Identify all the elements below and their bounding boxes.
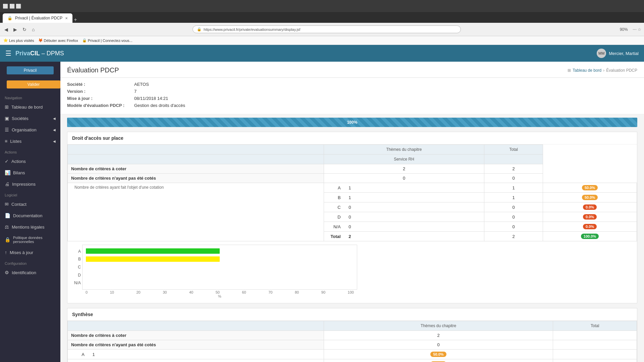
progress-section: 100% [60, 118, 644, 127]
s2-criteres-non-cotes-val1: 0 [324, 340, 553, 350]
breadcrumb-home[interactable]: Tableau de bord [573, 68, 601, 73]
chart-row-na [86, 280, 354, 287]
chart-label-na: N/A [72, 280, 82, 286]
sidebar-item-mentions-legales[interactable]: ⚖ Mentions légales [0, 221, 60, 233]
back-button[interactable]: ◀ [3, 26, 10, 33]
chart-label-b: B [72, 256, 82, 262]
chevron-right-icon: ◀ [53, 117, 56, 120]
privacil-dropdown-button[interactable]: Privacil [7, 66, 54, 74]
sidebar-item-actions[interactable]: ✓ Actions [0, 156, 60, 167]
chart-bars-area [82, 245, 357, 290]
chart-row-a [86, 248, 354, 254]
sidebar-item-label: Contact [11, 202, 26, 207]
col-themes-header: Thèmes du chapitre [324, 145, 484, 155]
chart-row-b [86, 256, 354, 262]
window-controls: ⬜ ⬜ ⬜ [3, 4, 21, 9]
row-b-indent: B 1 [324, 193, 484, 202]
actions-icon: ✓ [5, 159, 9, 164]
modele-label: Modèle d'évaluation PDCP : [67, 103, 134, 108]
version-value: 7 [134, 89, 137, 94]
sidebar-item-bilans[interactable]: 📊 Bilans [0, 167, 60, 178]
sidebar-item-politique[interactable]: 🔒 Politique données personnelles [0, 233, 60, 247]
bookmark-firefox[interactable]: 🦊 Débuter avec Firefox [38, 38, 78, 43]
mise-a-jour-row: Mise à jour : 08/11/2018 14:21 [67, 96, 637, 101]
version-label: Version : [67, 89, 134, 94]
societes-icon: ▣ [5, 116, 9, 121]
criteres-non-cotes-val2: 0 [484, 174, 543, 183]
sidebar-item-label: Mentions légales [12, 225, 45, 230]
chart-label-c: C [72, 264, 82, 270]
mise-a-jour-label: Mise à jour : [67, 96, 134, 101]
sidebar-item-tableau-de-bord[interactable]: ⊞ Tableau de bord [0, 101, 60, 113]
table-row: B 1 50.0% [68, 359, 637, 362]
modele-row: Modèle d'évaluation PDCP : Gestion des d… [67, 103, 637, 108]
reload-button[interactable]: ↻ [21, 26, 28, 33]
browser-nav: ◀ ▶ ↻ ⌂ 🔒 https://www.privacil.fr/privat… [0, 23, 644, 36]
col-empty [68, 155, 324, 164]
x-label-100: 100 [348, 290, 354, 294]
row-na-indent: N/A 0 [324, 222, 484, 232]
section1-title: Droit d'accès sur place [67, 132, 637, 144]
sidebar-item-listes[interactable]: ≡ Listes ◀ [0, 135, 60, 147]
contact-icon: ✉ [5, 201, 9, 207]
breadcrumb-current: Évaluation PDCP [606, 68, 637, 73]
sidebar-item-societes[interactable]: ▣ Sociétés ◀ [0, 113, 60, 124]
row-d-indent: D 0 [324, 212, 484, 222]
sidebar-item-label: Documentation [13, 213, 42, 218]
s2-row-a: A 1 [68, 350, 324, 359]
sidebar-item-organisation[interactable]: ☰ Organisation ◀ [0, 124, 60, 135]
x-label-70: 70 [268, 290, 272, 294]
x-axis-unit: % [82, 294, 357, 298]
sidebar-item-contact[interactable]: ✉ Contact [0, 198, 60, 210]
hamburger-button[interactable]: ☰ [5, 49, 11, 57]
sidebar-item-identification[interactable]: ⚙ Identification [0, 267, 60, 278]
address-bar[interactable]: 🔒 https://www.privacil.fr/private/evalua… [193, 25, 461, 33]
forward-button[interactable]: ▶ [12, 26, 19, 33]
s2-row-a-badge: 50.0% [324, 350, 553, 359]
sidebar-item-impressions[interactable]: 🖨 Impressions [0, 178, 60, 190]
s2-col-total: Total [553, 321, 637, 331]
table-row: Nombre de critères ayant fait l'objet d'… [68, 183, 637, 193]
sidebar-item-label: Actions [11, 159, 26, 164]
s2-criteres-non-cotes-label: Nombre de critères n'ayant pas été cotés [68, 340, 324, 350]
x-label-80: 80 [295, 290, 299, 294]
mise-a-jour-value: 08/11/2018 14:21 [134, 96, 168, 101]
config-section-label: Configuration [0, 258, 60, 267]
criteres-coter-val1: 2 [324, 164, 484, 174]
sidebar-item-label: Identification [12, 270, 36, 275]
table-row: Nombre de critères à coter 2 2 [68, 164, 637, 174]
row-na-val2: 0 [484, 222, 543, 232]
sidebar-item-mises-a-jour[interactable]: ↑ Mises à jour [0, 247, 60, 258]
browser-chrome: ⬜ ⬜ ⬜ [0, 0, 644, 12]
avatar: MM [597, 49, 606, 58]
sidebar-item-documentation[interactable]: 📄 Documentation [0, 210, 60, 221]
listes-icon: ≡ [5, 138, 7, 144]
url-text: https://www.privacil.fr/private/evaluati… [204, 27, 300, 32]
breadcrumb-icon: ⊞ [568, 68, 571, 73]
logiciel-section-label: Logiciel [0, 190, 60, 198]
row-total-badge: 100.0% [543, 232, 637, 241]
add-tab-button[interactable]: + [74, 17, 77, 23]
chart-bar-a [86, 248, 220, 254]
table-row: Nombre de critères n'ayant pas été cotés… [68, 340, 637, 350]
chart-x-axis: 0 10 20 30 40 50 60 70 80 90 100 % [82, 290, 357, 298]
bookmark-visited[interactable]: ⭐ Les plus visités [3, 38, 34, 43]
top-nav: ☰ PrivaCIL – DPMS MM Mercier, Martial [0, 45, 644, 62]
bookmark-privacil[interactable]: 🔒 Privacil | Connectez-vous... [82, 38, 132, 43]
x-axis-labels: 0 10 20 30 40 50 60 70 80 90 100 [82, 290, 357, 294]
col-service-rh: Service RH [324, 155, 484, 164]
active-tab[interactable]: 🔒 Privacil | Évaluation PDCP ✕ [3, 13, 72, 23]
zoom-level: 90% [620, 27, 628, 32]
home-button[interactable]: ⌂ [30, 26, 36, 33]
breadcrumb-separator: › [603, 68, 604, 73]
page-header: Évaluation PDCP ⊞ Tableau de bord › Éval… [60, 62, 644, 78]
lock-icon: 🔒 [197, 27, 202, 32]
s2-criteres-coter-val1: 2 [324, 331, 553, 340]
tab-title: Privacil | Évaluation PDCP [15, 16, 62, 20]
valider-button[interactable]: Valider [7, 80, 60, 88]
documentation-icon: 📄 [5, 213, 10, 218]
user-menu[interactable]: MM Mercier, Martial [597, 49, 639, 58]
dashboard-icon: ⊞ [5, 104, 9, 110]
close-tab-button[interactable]: ✕ [65, 16, 68, 20]
row-c-badge: 0.0% [543, 202, 637, 212]
